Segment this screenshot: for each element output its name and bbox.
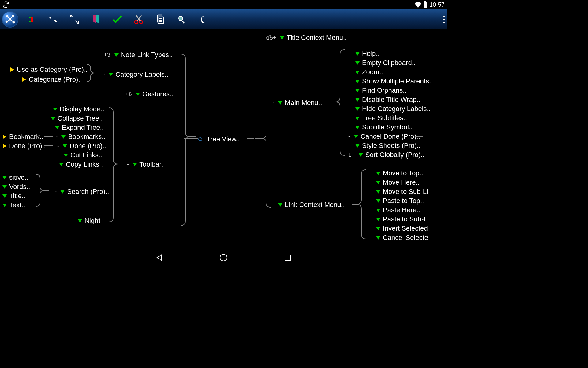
node-search-words[interactable]: Vords.. [0, 183, 30, 191]
node-label: Bookmarks.. [68, 133, 105, 141]
app-toolbar [0, 9, 447, 29]
count-prefix: - [348, 133, 350, 140]
android-navbar [0, 248, 447, 267]
node-linkctx-item[interactable]: Move to Top.. [374, 169, 423, 177]
arrow-down-icon [375, 189, 381, 194]
node-done-pro[interactable]: Done (Pro)..- [56, 142, 106, 150]
node-collapse-tree[interactable]: Collapse Tree.. [48, 114, 103, 122]
node-mainmenu-item[interactable]: Empty Clipboard.. [353, 59, 416, 67]
count-prefix: 15+ [266, 34, 276, 41]
arrow-down-icon [375, 235, 381, 240]
node-linkctx-item[interactable]: Move to Sub-Li [374, 188, 428, 196]
count-suffix: - [127, 161, 129, 168]
node-categorize[interactable]: Categorize (Pro).. [20, 75, 82, 83]
tool-copy-icon[interactable] [149, 10, 171, 29]
overflow-menu-icon[interactable] [443, 16, 445, 23]
nav-home-icon[interactable] [219, 253, 228, 262]
node-search-text[interactable]: Text.. [0, 201, 25, 209]
node-done-leaf[interactable]: Done (Pro).. [0, 142, 46, 150]
node-label: Move Here.. [383, 178, 420, 186]
tool-done-icon[interactable] [107, 10, 128, 29]
node-display-mode[interactable]: Display Mode.. [51, 105, 104, 113]
node-mainmenu-item[interactable]: Tree Subtitles.. [353, 114, 407, 122]
node-cut-links[interactable]: Cut Links.. [61, 151, 102, 159]
node-link-context-menu[interactable]: - Link Context Menu.. [273, 201, 345, 209]
node-toolbar[interactable]: Toolbar.. - [126, 160, 165, 168]
node-label: Done (Pro).. [70, 142, 106, 150]
node-label: Vords.. [9, 183, 30, 191]
count-prefix: - [273, 99, 274, 106]
arrow-down-icon [355, 143, 360, 148]
connector-line [184, 138, 198, 139]
connector-line [44, 136, 53, 137]
node-label: Bookmark.. [9, 133, 43, 141]
node-mainmenu-item[interactable]: Help.. [353, 50, 379, 58]
node-linkctx-item[interactable]: Move Here.. [374, 178, 420, 186]
arrow-down-icon [2, 193, 7, 199]
bracket-icon [349, 167, 371, 241]
app-logo[interactable] [2, 11, 18, 28]
node-label: Toolbar.. [139, 160, 165, 168]
svg-line-7 [7, 17, 10, 20]
node-label: Link Context Menu.. [285, 201, 345, 209]
node-linkctx-item[interactable]: Invert Selected [374, 224, 428, 232]
node-label: Disable Title Wrap.. [362, 96, 420, 104]
node-mainmenu-item[interactable]: -Cancel Done (Pro).. [348, 132, 420, 140]
node-mainmenu-item[interactable]: Subtitle Symbol.. [353, 123, 413, 131]
node-title-context-menu[interactable]: 15+ Title Context Menu.. [266, 34, 347, 42]
arrow-down-icon [279, 35, 285, 40]
arrow-right-icon [2, 134, 7, 140]
arrow-down-icon [355, 79, 360, 84]
bracket-icon [31, 172, 52, 209]
mindmap-canvas[interactable]: Tree View.. Note Link Types.. +3 Categor… [0, 29, 447, 248]
node-mainmenu-item[interactable]: Disable Title Wrap.. [353, 96, 420, 104]
node-bookmarks[interactable]: Bookmarks..- [55, 133, 106, 141]
node-expand-tree[interactable]: Expand Tree.. [53, 124, 104, 132]
arrow-down-icon [355, 97, 360, 102]
arrow-down-icon [375, 171, 381, 176]
arrow-down-icon [355, 69, 360, 75]
tool-cut-icon[interactable] [128, 10, 149, 29]
node-category-labels[interactable]: Category Labels.. - [102, 71, 168, 79]
node-label: Hide Category Labels.. [362, 105, 431, 113]
battery-icon [423, 1, 428, 8]
tool-shrink-icon[interactable] [42, 10, 64, 29]
node-root[interactable]: Tree View.. [198, 135, 240, 143]
node-mainmenu-item[interactable]: 1+Sort Globally (Pro).. [348, 151, 424, 159]
node-mainmenu-item[interactable]: Zoom.. [353, 68, 383, 76]
node-search-pro[interactable]: Search (Pro)..- [54, 188, 109, 196]
node-gestures[interactable]: Gestures.. +6 [124, 90, 173, 98]
tool-search-icon[interactable] [171, 10, 192, 29]
arrow-down-icon [2, 202, 7, 208]
svg-line-9 [7, 19, 10, 22]
node-search-title[interactable]: Title.. [0, 192, 25, 200]
svg-rect-0 [424, 1, 426, 2]
node-mainmenu-item[interactable]: Show Multiple Parents.. [353, 77, 433, 85]
count-suffix: - [103, 71, 105, 78]
nav-back-icon[interactable] [155, 253, 164, 262]
node-linkctx-item[interactable]: Paste to Sub-Li [374, 215, 429, 223]
node-bookmark-leaf[interactable]: Bookmark.. [0, 133, 43, 141]
nav-recent-icon[interactable] [283, 253, 292, 262]
tool-collapse-icon[interactable] [21, 10, 42, 29]
node-night[interactable]: Night [75, 217, 100, 225]
tool-night-icon[interactable] [192, 10, 214, 29]
node-mainmenu-item[interactable]: Find Orphans.. [353, 86, 407, 94]
node-mainmenu-item[interactable]: Style Sheets (Pro).. [353, 142, 420, 150]
tool-expand-icon[interactable] [64, 10, 85, 29]
tool-bookmark-icon[interactable] [85, 10, 107, 29]
node-linkctx-item[interactable]: Paste to Top.. [374, 197, 424, 205]
node-use-as-category[interactable]: Use as Category (Pro).. [8, 66, 88, 74]
node-label: Copy Links.. [66, 160, 103, 168]
node-note-link-types[interactable]: Note Link Types.. +3 [103, 51, 173, 59]
node-search-sitive[interactable]: sitive.. [0, 174, 28, 182]
node-linkctx-item[interactable]: Paste Here.. [374, 206, 420, 214]
arrow-down-icon [277, 100, 283, 105]
node-main-menu[interactable]: - Main Menu.. [273, 99, 322, 107]
arrow-down-icon [108, 72, 114, 77]
node-copy-links[interactable]: Copy Links.. [57, 160, 103, 168]
arrow-down-icon [355, 125, 360, 130]
node-mainmenu-item[interactable]: Hide Category Labels.. [353, 105, 431, 113]
arrow-down-icon [375, 180, 381, 185]
node-linkctx-item[interactable]: Cancel Selecte [374, 234, 428, 242]
